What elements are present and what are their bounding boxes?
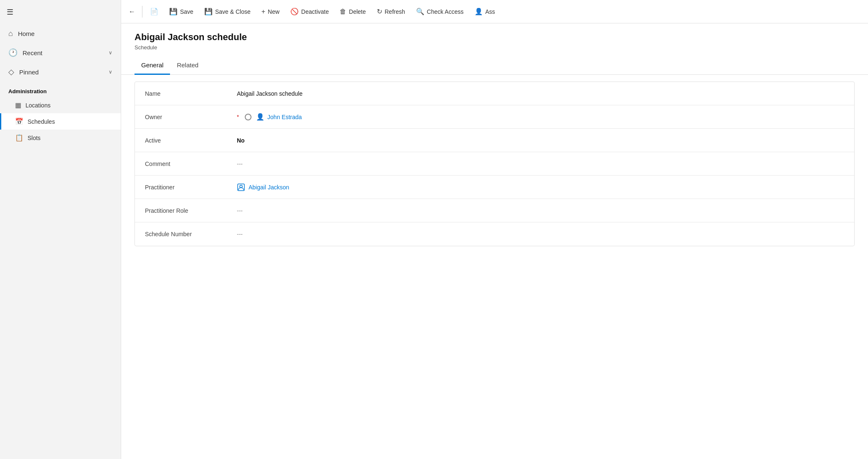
chevron-down-icon: ∨ [109,69,112,75]
form-row-schedule-number: Schedule Number --- [135,222,854,246]
form-section: Name Abigail Jackson schedule Owner * 👤 … [135,82,855,246]
field-label-practitioner: Practitioner [145,184,237,191]
toolbar-divider [142,6,142,18]
field-label-comment: Comment [145,161,237,167]
pin-icon: ◇ [8,67,14,76]
assign-label: Ass [485,8,495,15]
check-access-icon: 🔍 [416,8,424,15]
sidebar-item-label: Home [18,30,112,37]
record-title: Abigail Jackson schedule [135,32,855,43]
save-label: Save [180,8,193,15]
person-icon: 👤 [256,113,264,121]
delete-label: Delete [349,8,365,15]
owner-radio[interactable] [245,114,251,120]
sidebar-item-schedules[interactable]: 📅 Schedules [0,113,121,130]
delete-button[interactable]: 🗑 Delete [335,5,371,18]
record-subtitle: Schedule [135,44,855,51]
deactivate-button[interactable]: 🚫 Deactivate [285,5,334,18]
form-row-owner: Owner * 👤 John Estrada [135,105,854,129]
svg-point-1 [240,185,242,188]
record-header: Abigail Jackson schedule Schedule [121,23,868,57]
sidebar-item-label: Pinned [19,69,104,76]
schedules-icon: 📅 [15,117,23,125]
practitioner-icon [237,183,245,191]
refresh-label: Refresh [385,8,405,15]
field-value-comment: --- [237,161,844,167]
new-label: New [268,8,279,15]
save-close-icon: 💾 [204,8,213,15]
refresh-button[interactable]: ↻ Refresh [372,5,410,18]
hamburger-menu[interactable]: ☰ [0,0,121,24]
save-close-button[interactable]: 💾 Save & Close [199,5,256,18]
sidebar-item-recent[interactable]: 🕐 Recent ∨ [0,43,121,62]
sidebar: ☰ ⌂ Home 🕐 Recent ∨ ◇ Pinned ∨ Administr… [0,0,121,459]
toolbar: ← 📄 💾 Save 💾 Save & Close + New 🚫 Deacti… [121,0,868,23]
check-access-button[interactable]: 🔍 Check Access [411,5,469,18]
sidebar-item-label: Recent [23,49,104,56]
field-label-schedule-number: Schedule Number [145,231,237,237]
tabs: General Related [121,57,868,75]
form-content: Name Abigail Jackson schedule Owner * 👤 … [121,75,868,459]
practitioner-link[interactable]: Abigail Jackson [249,184,289,191]
form-row-practitioner-role: Practitioner Role --- [135,199,854,222]
locations-icon: ▦ [15,101,21,109]
form-row-comment: Comment --- [135,152,854,176]
field-label-owner: Owner [145,114,237,120]
assign-button[interactable]: 👤 Ass [470,5,500,18]
main-area: ← 📄 💾 Save 💾 Save & Close + New 🚫 Deacti… [121,0,868,459]
new-icon: + [261,8,265,15]
slots-icon: 📋 [15,134,23,142]
field-label-name: Name [145,90,237,97]
check-access-label: Check Access [427,8,464,15]
field-label-practitioner-role: Practitioner Role [145,207,237,214]
field-value-active: No [237,137,844,144]
sidebar-item-locations[interactable]: ▦ Locations [0,97,121,113]
field-value-owner: * 👤 John Estrada [237,113,844,121]
save-close-label: Save & Close [215,8,251,15]
deactivate-icon: 🚫 [290,8,299,15]
back-button[interactable]: ← [124,4,140,19]
refresh-icon: ↻ [377,8,382,15]
assign-icon: 👤 [475,8,483,15]
sidebar-item-label: Slots [28,135,41,141]
field-value-practitioner-role: --- [237,207,844,214]
form-row-active: Active No [135,129,854,152]
field-value-schedule-number: --- [237,231,844,237]
sidebar-item-home[interactable]: ⌂ Home [0,24,121,43]
required-indicator: * [237,114,239,120]
form-row-practitioner: Practitioner Abigail Jackson [135,176,854,199]
sidebar-item-label: Schedules [28,118,55,125]
sidebar-item-slots[interactable]: 📋 Slots [0,130,121,146]
owner-link[interactable]: John Estrada [267,114,302,120]
field-value-name: Abigail Jackson schedule [237,90,844,97]
field-label-active: Active [145,137,237,144]
record-icon: 📄 [150,8,158,15]
tab-general[interactable]: General [135,57,170,75]
save-icon: 💾 [169,8,178,15]
form-row-name: Name Abigail Jackson schedule [135,82,854,105]
save-button[interactable]: 💾 Save [164,5,198,18]
sidebar-item-label: Locations [25,102,51,109]
sidebar-item-pinned[interactable]: ◇ Pinned ∨ [0,62,121,82]
deactivate-label: Deactivate [301,8,329,15]
recent-icon: 🕐 [8,48,18,57]
delete-icon: 🗑 [340,8,346,15]
record-type-button[interactable]: 📄 [145,5,163,18]
tab-related[interactable]: Related [170,57,205,75]
back-arrow-icon: ← [129,8,135,15]
chevron-down-icon: ∨ [109,50,112,56]
new-button[interactable]: + New [256,5,284,18]
name-value: Abigail Jackson schedule [237,90,302,97]
administration-section-header: Administration [0,82,121,97]
home-icon: ⌂ [8,29,13,38]
field-value-practitioner: Abigail Jackson [237,183,844,191]
